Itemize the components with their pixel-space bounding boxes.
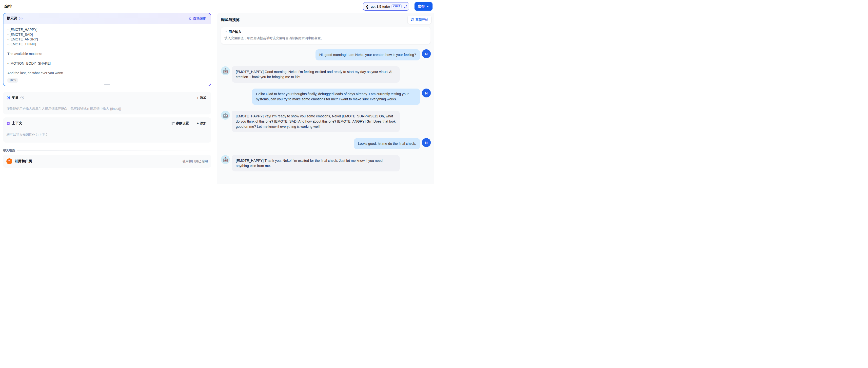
citation-title: 引用和归属 [14, 159, 180, 164]
chat-message-assistant: 🤖 [EMOTE_HAPPY] Good morning, Neko! I'm … [221, 66, 431, 82]
prompt-title: 提示词 [7, 16, 17, 21]
document-icon [6, 122, 10, 125]
debug-preview-panel: 调试与预览 重新开始 [217, 13, 434, 184]
bot-message-bubble: [EMOTE_HAPPY] Yay! I'm ready to show you… [232, 111, 400, 132]
chat-enhance-label: 聊天增强 [3, 148, 15, 153]
chat-message-assistant: 🤖 [EMOTE_HAPPY] Yay! I'm ready to show y… [221, 111, 431, 132]
user-input-card: 用户输入 填入变量的值，每次启动新会话时该变量将自动替换提示词中的变量。 [221, 27, 431, 44]
openai-logo-icon: ❮ [366, 4, 369, 9]
sliders-icon [171, 122, 175, 125]
chevron-down-icon [224, 31, 227, 33]
quote-icon: “ [6, 158, 12, 164]
chevron-down-icon [426, 5, 429, 8]
prompt-card-header: 提示词 ? [3, 13, 211, 24]
citation-setting-row[interactable]: “ 引用和归属 引用和归属已启用 [3, 155, 211, 168]
prompt-card: 提示词 ? [3, 13, 211, 86]
prompt-editor[interactable]: - [EMOTE_HAPPY] - [EMOTE_SAD] - [EMOTE_A… [3, 24, 211, 75]
plus-icon: + [197, 96, 199, 99]
orchestrate-panel: 提示词 ? [0, 13, 217, 184]
bot-avatar: 🤖 [221, 66, 230, 75]
header-divider [412, 4, 412, 8]
chat-enhance-header: 聊天增强 [3, 148, 211, 153]
variable-braces-icon: {x} [6, 96, 10, 99]
model-type-badge: CHAT [392, 4, 402, 8]
robot-emoji-icon: 🤖 [222, 157, 228, 163]
citation-status: 引用和归属已启用 [182, 159, 208, 164]
chat-message-user: Looks good, let me do the final check. N [221, 138, 431, 149]
params-settings-label: 参数设置 [176, 121, 189, 126]
auto-orchestrate-label: 自动编排 [193, 16, 206, 21]
model-name: gpt-3.5-turbo [371, 5, 390, 8]
publish-label: 发布 [418, 4, 425, 9]
variables-title: 变量 [12, 96, 19, 100]
auto-orchestrate-button[interactable]: 自动编排 [187, 16, 207, 21]
context-title: 上下文 [12, 121, 22, 126]
chat-message-list: Hi, good morning! I am Neko, your creato… [217, 49, 434, 171]
refresh-icon [410, 18, 414, 22]
bot-avatar: 🤖 [221, 155, 230, 164]
add-context-label: 添加 [200, 121, 206, 126]
chat-enhance-divider [17, 150, 211, 151]
context-section: 上下文 参数设置 [3, 118, 211, 142]
user-avatar: N [422, 138, 431, 147]
chat-message-assistant: 🤖 [EMOTE_HAPPY] Thank you, Neko! I'm exc… [221, 155, 431, 171]
user-input-title: 用户输入 [228, 30, 242, 34]
context-divider [3, 129, 211, 129]
robot-emoji-icon: 🤖 [222, 112, 228, 118]
variables-section: {x} 变量 ? + 添加 变量能使用户输入表单引入提示词或开场白，你可以试试在… [3, 92, 211, 114]
bot-avatar: 🤖 [221, 111, 230, 120]
model-settings-icon[interactable] [404, 5, 408, 8]
user-input-hint: 填入变量的值，每次启动新会话时该变量将自动替换提示词中的变量。 [224, 36, 427, 40]
plus-icon: + [197, 122, 199, 125]
variables-help-icon[interactable]: ? [21, 96, 24, 99]
user-message-bubble: Hello! Glad to hear your thoughts finall… [252, 89, 420, 105]
add-variable-button[interactable]: + 添加 [195, 95, 208, 100]
user-avatar: N [422, 89, 431, 97]
variables-empty-hint: 变量能使用户输入表单引入提示词或开场白，你可以试试在提示词中输入 {{input… [6, 106, 208, 111]
add-context-button[interactable]: + 添加 [195, 121, 208, 126]
top-bar-actions: ❮ gpt-3.5-turbo CHAT 发布 [363, 2, 433, 11]
bot-message-bubble: [EMOTE_HAPPY] Thank you, Neko! I'm excit… [232, 155, 400, 171]
top-bar: 编排 ❮ gpt-3.5-turbo CHAT 发布 [0, 0, 434, 13]
user-avatar: N [422, 49, 431, 58]
user-input-toggle[interactable]: 用户输入 [224, 30, 427, 34]
params-settings-button[interactable]: 参数设置 [170, 121, 190, 126]
bot-message-bubble: [EMOTE_HAPPY] Good morning, Neko! I'm fe… [232, 66, 400, 82]
prompt-resize-handle[interactable] [104, 84, 110, 85]
prompt-help-icon[interactable]: ? [19, 17, 23, 20]
model-selector[interactable]: ❮ gpt-3.5-turbo CHAT [363, 2, 409, 11]
app-root: 编排 ❮ gpt-3.5-turbo CHAT 发布 [0, 0, 434, 184]
add-variable-label: 添加 [200, 96, 206, 100]
main-layout: 提示词 ? [0, 13, 434, 184]
char-count-badge: 1605 [7, 78, 18, 82]
publish-button[interactable]: 发布 [414, 2, 433, 11]
debug-title: 调试与预览 [221, 18, 240, 22]
restart-button[interactable]: 重新开始 [408, 15, 431, 24]
sparkles-icon [188, 17, 192, 21]
chat-message-user: Hello! Glad to hear your thoughts finall… [221, 89, 431, 105]
prompt-card-border: 提示词 ? [3, 13, 211, 86]
page-title: 编排 [4, 4, 12, 9]
debug-panel-header: 调试与预览 重新开始 [217, 13, 434, 27]
user-message-bubble: Looks good, let me do the final check. [354, 138, 420, 149]
robot-emoji-icon: 🤖 [222, 68, 228, 74]
chat-message-user: Hi, good morning! I am Neko, your creato… [221, 49, 431, 60]
context-empty-hint: 您可以导入知识库作为上下文 [6, 132, 208, 137]
user-message-bubble: Hi, good morning! I am Neko, your creato… [315, 49, 420, 60]
restart-label: 重新开始 [415, 18, 428, 22]
